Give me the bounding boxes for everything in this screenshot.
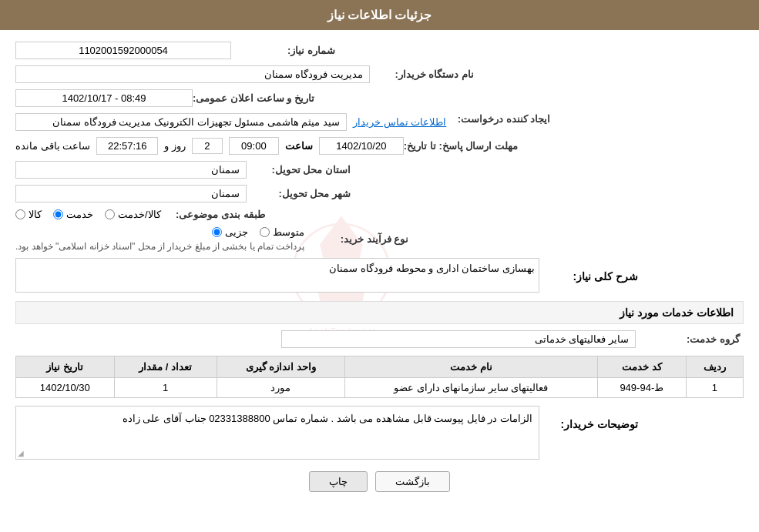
creator-row: ایجاد کننده درخواست: اطلاعات تماس خریدار… <box>15 113 744 131</box>
service-group-label: گروه خدمت: <box>636 333 744 345</box>
category-option-kala-khadamat[interactable]: کالا/خدمت <box>105 209 161 220</box>
table-cell: 1 <box>686 378 743 398</box>
purchase-type-row: نوع فرآیند خرید: متوسط جزیی پرداخت تمام … <box>15 226 744 252</box>
time-label: ساعت <box>285 140 313 152</box>
buyer-org-value: مدیریت فرودگاه سمنان <box>15 65 370 83</box>
city-row: شهر محل تحویل: سمنان <box>15 185 744 202</box>
general-desc-textarea[interactable]: بهسازی ساختمان اداری و محوطه فرودگاه سمن… <box>15 258 539 293</box>
col-date: تاریخ نیاز <box>16 356 115 378</box>
category-row: طبقه بندی موضوعی: کالا/خدمت خدمت کالا <box>15 209 744 220</box>
col-unit: واحد اندازه گیری <box>217 356 344 378</box>
table-header-row: ردیف کد خدمت نام خدمت واحد اندازه گیری ت… <box>16 356 744 378</box>
deadline-row: مهلت ارسال پاسخ: تا تاریخ: 1402/10/20 سا… <box>15 137 744 155</box>
services-table-section: ردیف کد خدمت نام خدمت واحد اندازه گیری ت… <box>15 356 744 398</box>
col-name: نام خدمت <box>344 356 597 378</box>
purchase-radio-medium[interactable] <box>260 227 270 237</box>
service-group-value: سایر فعالیتهای خدماتی <box>281 330 636 348</box>
province-label: استان محل تحویل: <box>247 164 354 176</box>
creator-value: سید میثم هاشمی مسئول تجهیزات الکترونیک م… <box>15 113 347 131</box>
city-label: شهر محل تحویل: <box>247 188 354 199</box>
buyer-desc-text: الزامات در فایل پیوست قابل مشاهده می باش… <box>123 413 532 424</box>
buyer-org-label: نام دستگاه خریدار: <box>370 69 478 80</box>
category-radio-kala[interactable] <box>15 209 25 219</box>
deadline-timeleft-value: 22:57:16 <box>96 137 158 155</box>
purchase-option1-label: جزیی <box>225 226 248 238</box>
table-cell: مورد <box>217 378 344 398</box>
col-code: کد خدمت <box>597 356 686 378</box>
announce-date-value: 1402/10/17 - 08:49 <box>15 89 193 107</box>
category-option1-label: کالا <box>29 209 42 220</box>
need-number-value: 1102001592000054 <box>15 42 231 59</box>
page-title: جزئیات اطلاعات نیاز <box>327 8 432 22</box>
city-value: سمنان <box>15 185 247 202</box>
purchase-radio-small[interactable] <box>212 227 222 237</box>
deadline-date-value: 1402/10/20 <box>319 137 404 155</box>
general-desc-row: شرح کلی نیاز: بهسازی ساختمان اداری و محو… <box>15 258 744 293</box>
print-button[interactable]: چاپ <box>309 471 368 492</box>
purchase-type-radio-group: متوسط جزیی <box>15 226 304 238</box>
deadline-days-value: 2 <box>192 138 223 154</box>
page-header: جزئیات اطلاعات نیاز <box>0 0 759 30</box>
category-radio-group: کالا/خدمت خدمت کالا <box>15 209 161 220</box>
col-row: ردیف <box>686 356 743 378</box>
resize-handle: ◢ <box>18 449 24 457</box>
table-cell: فعالیتهای سایر سازمانهای دارای عضو <box>344 378 597 398</box>
purchase-type-small[interactable]: جزیی <box>212 226 248 238</box>
need-number-label: شماره نیاز: <box>231 45 339 56</box>
general-desc-label: شرح کلی نیاز: <box>539 266 647 287</box>
table-cell: ط-94-949 <box>597 378 686 398</box>
buyer-desc-row: توضیحات خریدار: الزامات در فایل پیوست قا… <box>15 406 744 460</box>
remain-label: ساعت باقی مانده <box>15 140 90 152</box>
announce-date-label: تاریخ و ساعت اعلان عمومی: <box>193 92 318 104</box>
creator-label: ایجاد کننده درخواست: <box>446 113 554 125</box>
days-label: روز و <box>164 140 186 152</box>
category-radio-kala-khadamat[interactable] <box>105 209 115 219</box>
table-cell: 1402/10/30 <box>16 378 115 398</box>
category-option2-label: خدمت <box>66 209 93 220</box>
province-row: استان محل تحویل: سمنان <box>15 161 744 179</box>
need-number-row: شماره نیاز: 1102001592000054 <box>15 42 744 59</box>
category-option-kala[interactable]: کالا <box>15 209 42 220</box>
buyer-desc-label: توضیحات خریدار: <box>539 413 647 435</box>
purchase-type-medium[interactable]: متوسط <box>260 226 304 238</box>
category-option3-label: کالا/خدمت <box>118 209 161 220</box>
category-label: طبقه بندی موضوعی: <box>161 209 269 220</box>
purchase-type-label: نوع فرآیند خرید: <box>304 233 412 245</box>
province-value: سمنان <box>15 161 247 179</box>
action-buttons: بازگشت چاپ <box>15 471 744 492</box>
service-group-row: گروه خدمت: سایر فعالیتهای خدماتی <box>15 330 744 348</box>
col-qty: تعداد / مقدار <box>114 356 217 378</box>
deadline-time-value: 09:00 <box>229 137 279 155</box>
services-table: ردیف کد خدمت نام خدمت واحد اندازه گیری ت… <box>15 356 744 398</box>
creator-contact-link[interactable]: اطلاعات تماس خریدار <box>353 116 446 128</box>
purchase-option2-label: متوسط <box>273 226 304 238</box>
table-cell: 1 <box>114 378 217 398</box>
table-row: 1ط-94-949فعالیتهای سایر سازمانهای دارای … <box>16 378 744 398</box>
back-button[interactable]: بازگشت <box>375 471 450 492</box>
category-radio-khadamat[interactable] <box>53 209 63 219</box>
purchase-note: پرداخت تمام یا بخشی از مبلغ خریدار از مح… <box>15 241 304 252</box>
buyer-org-row: نام دستگاه خریدار: مدیریت فرودگاه سمنان <box>15 65 744 83</box>
category-option-khadamat[interactable]: خدمت <box>53 209 93 220</box>
announce-date-row: تاریخ و ساعت اعلان عمومی: 1402/10/17 - 0… <box>15 89 744 107</box>
service-info-title: اطلاعات خدمات مورد نیاز <box>15 301 744 324</box>
buyer-desc-box: الزامات در فایل پیوست قابل مشاهده می باش… <box>15 406 539 460</box>
deadline-label: مهلت ارسال پاسخ: تا تاریخ: <box>404 140 522 152</box>
